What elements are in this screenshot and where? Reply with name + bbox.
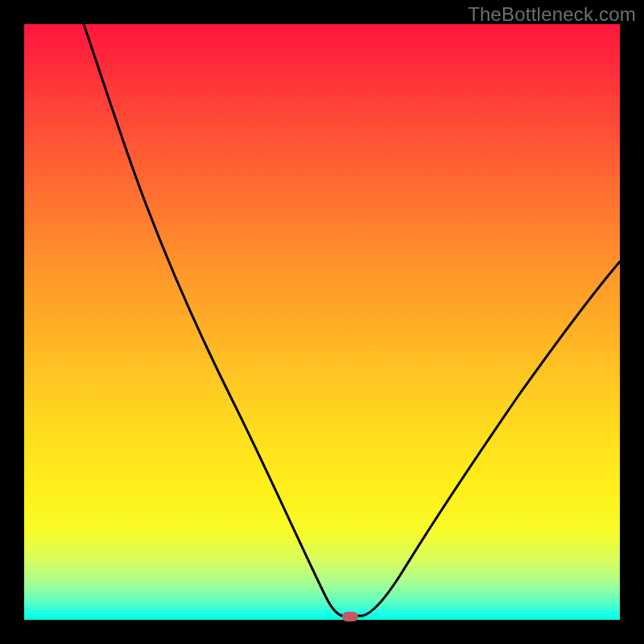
- chart-frame: TheBottleneck.com: [0, 0, 644, 644]
- bottleneck-curve: [24, 24, 620, 620]
- watermark-text: TheBottleneck.com: [468, 3, 636, 26]
- valley-marker: [342, 612, 358, 621]
- plot-area: [24, 24, 620, 620]
- curve-path: [84, 24, 620, 616]
